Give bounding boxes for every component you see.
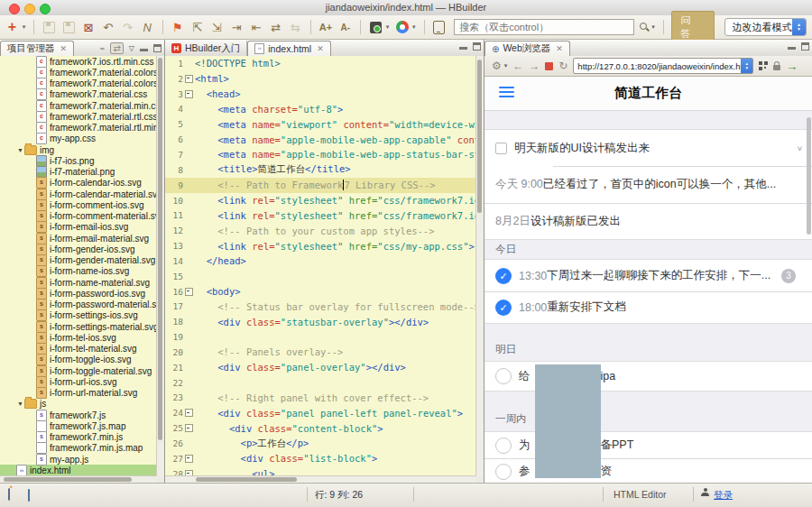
go-icon[interactable]: → — [786, 60, 798, 73]
url-text[interactable]: http://127.0.0.1:8020/jiandaoweixin/inde… — [574, 61, 741, 71]
tree-item[interactable]: si-form-password-ios.svg — [0, 288, 157, 299]
forward-history-icon[interactable]: ⇆ — [289, 19, 302, 35]
tree-item[interactable]: sframework7.js — [0, 410, 157, 420]
url-bar[interactable]: http://127.0.0.1:8020/jiandaoweixin/inde… — [573, 58, 753, 74]
tree-item[interactable]: cframework7.material.min.css — [0, 100, 157, 111]
tree-item[interactable]: si-form-calendar-ios.svg — [0, 178, 157, 189]
save-button[interactable] — [42, 19, 56, 35]
code-line[interactable]: 2<html> — [165, 71, 476, 87]
browser-run-button[interactable] — [395, 19, 409, 35]
tree-item[interactable]: si-form-tel-ios.svg — [0, 332, 157, 343]
tab-index-html[interactable]: ‹› index.html ✕ — [247, 41, 330, 56]
reload-icon[interactable]: ↻ — [558, 60, 567, 72]
code-line[interactable]: 27 <div class="list-block"> — [165, 451, 476, 466]
qa-button[interactable]: 问 答 — [671, 11, 715, 43]
tree-item[interactable]: smy-app.js — [0, 454, 157, 465]
todo-row[interactable]: ✓ 18:00 重新安排下文档 — [484, 291, 812, 323]
notice-row[interactable]: 明天新版的UI设计稿发出来 ∨ — [484, 130, 812, 166]
tree-item[interactable]: si-form-comment-ios.svg — [0, 199, 157, 210]
bookmark-icon[interactable]: ⚑ — [171, 19, 185, 35]
tree-item[interactable]: si-form-name-material.svg — [0, 277, 157, 288]
tree-item[interactable]: cframework7.ios.rtl.min.css — [0, 56, 157, 67]
indent-icon[interactable]: ⇱ — [190, 19, 204, 35]
code-line[interactable]: 3 <head> — [165, 87, 476, 102]
search-icon[interactable] — [639, 22, 650, 32]
todo-row[interactable]: ✓ 13:30 下周过来一起聊聊接下来的工作安排，下一... 3 — [484, 260, 812, 291]
gear-icon[interactable]: ⚙ — [492, 60, 502, 72]
login-link[interactable]: 登录 — [714, 489, 733, 502]
select-stepper-icon[interactable]: ▲▼ — [792, 19, 806, 35]
code-line[interactable]: 19 — [165, 329, 476, 345]
next-bookmark-icon[interactable]: ⇥ — [230, 19, 244, 35]
code-line[interactable]: 1<!DOCTYPE html> — [165, 56, 476, 71]
code-line[interactable]: 13 <link rel="stylesheet" href="css/my-a… — [165, 238, 476, 254]
tab-project-manager[interactable]: 项目管理器 ✕ — [0, 41, 74, 56]
tree-item[interactable]: si-form-password-material.svg — [0, 300, 157, 310]
tree-item[interactable]: si-form-email-material.svg — [0, 233, 157, 244]
tree-folder[interactable]: ▼js — [0, 399, 157, 410]
maximize-panel-icon[interactable] — [153, 44, 161, 52]
new-file-dropdown-icon[interactable]: ▾ — [23, 23, 26, 31]
tree-item[interactable]: si-form-settings-ios.svg — [0, 310, 157, 321]
chevron-down-icon[interactable]: ∨ — [797, 144, 803, 152]
code-line[interactable]: 22 — [165, 375, 476, 391]
code-line[interactable]: 26 <p>工作台</p> — [165, 436, 476, 451]
maximize-panel-icon[interactable] — [473, 42, 481, 51]
format-button[interactable]: N — [141, 19, 154, 35]
close-icon[interactable]: ✕ — [317, 44, 324, 53]
close-file-button[interactable]: ⊠ — [82, 19, 96, 35]
tree-item[interactable]: si-form-name-ios.svg — [0, 266, 157, 277]
tree-item[interactable]: cframework7.material.css — [0, 89, 157, 100]
tab-web-browser[interactable]: ⊕ Web浏览器 ✕ — [484, 41, 570, 56]
redo-button[interactable]: ↷ — [121, 19, 134, 35]
tab-hbuilder-intro[interactable]: H HBuilder入门 — [165, 41, 247, 56]
tree-item[interactable]: framework7.js.map — [0, 420, 157, 431]
fold-icon[interactable] — [185, 288, 193, 296]
fold-icon[interactable] — [185, 424, 193, 432]
tree-item[interactable]: si-form-url-material.svg — [0, 388, 157, 399]
tree-item[interactable]: ▪i-f7-ios.png — [0, 155, 157, 166]
clipboard-icon[interactable] — [28, 490, 30, 501]
code-line[interactable]: 25 <div class="content-block"> — [165, 420, 476, 436]
empty-circle-icon[interactable] — [495, 464, 512, 480]
tree-item[interactable]: ‹›index.html — [0, 465, 157, 475]
checkbox-icon[interactable] — [495, 143, 507, 154]
tree-item[interactable]: si-form-gender-material.svg — [0, 255, 157, 266]
search-input[interactable] — [454, 19, 634, 35]
run-button[interactable] — [369, 19, 383, 35]
prev-bookmark-icon[interactable]: ⇤ — [250, 19, 263, 35]
code-line[interactable]: 4 <meta charset="utf-8"> — [165, 102, 476, 117]
tree-item[interactable]: si-form-toggle-ios.svg — [0, 355, 157, 365]
todo-row[interactable]: 参 资 — [484, 458, 812, 484]
tree-item[interactable]: sframework7.min.js — [0, 432, 157, 443]
forward-icon[interactable]: → — [529, 60, 540, 72]
stop-icon[interactable] — [545, 62, 553, 70]
editor-vscrollbar[interactable] — [475, 56, 484, 476]
link-editor-icon[interactable]: ⌁ — [99, 43, 105, 53]
code-line[interactable]: 16 <body> — [165, 284, 476, 300]
fold-icon[interactable] — [185, 75, 193, 83]
device-sync-icon[interactable] — [8, 489, 10, 500]
minimize-panel-icon[interactable] — [140, 49, 148, 51]
reply-row[interactable]: 8月2日 设计稿新版已发出 — [484, 203, 812, 239]
fold-icon[interactable] — [185, 90, 193, 98]
qr-code-icon[interactable] — [759, 61, 768, 70]
search-dropdown-icon[interactable]: ▾ — [651, 23, 655, 31]
close-icon[interactable]: ✕ — [60, 44, 68, 53]
code-line[interactable]: 12 <!-- Path to your custom app styles--… — [165, 223, 476, 238]
code-line[interactable]: 20 <!-- Panels overlay--> — [165, 345, 476, 360]
code-line[interactable]: 7 <meta name="apple-mobile-web-app-statu… — [165, 147, 476, 162]
edit-mode-select[interactable]: 边改边看模式 ▲▼ — [724, 18, 807, 36]
code-editor[interactable]: 1<!DOCTYPE html>2<html>3 <head>4 <meta c… — [165, 56, 476, 476]
tree-item[interactable]: si-form-url-ios.svg — [0, 376, 157, 387]
code-line[interactable]: 10 <link rel="stylesheet" href="css/fram… — [165, 193, 476, 208]
tree-item[interactable]: cframework7.material.rtl.min.css — [0, 123, 157, 134]
fold-icon[interactable] — [185, 455, 193, 463]
view-menu-icon[interactable]: ▽ — [129, 44, 134, 52]
tree-item[interactable]: framework7.min.js.map — [0, 443, 157, 454]
check-circle-icon[interactable]: ✓ — [495, 268, 512, 284]
tree-item[interactable]: si-form-comment-material.svg — [0, 211, 157, 222]
tree-item[interactable]: si-form-toggle-material.svg — [0, 365, 157, 376]
minimize-panel-icon[interactable] — [788, 47, 796, 50]
tree-item[interactable]: cmy-app.css — [0, 134, 157, 144]
